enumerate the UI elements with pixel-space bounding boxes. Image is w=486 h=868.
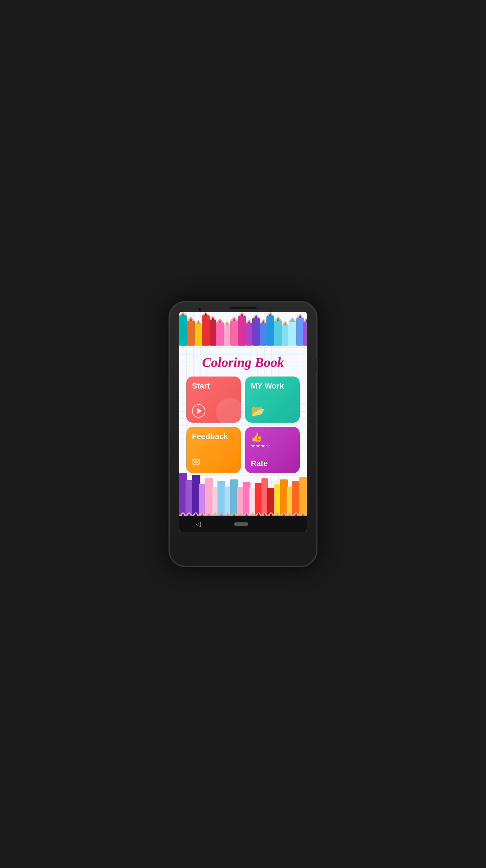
svg-rect-42 bbox=[282, 325, 288, 346]
svg-rect-15 bbox=[216, 323, 224, 346]
nav-bar: ◁ bbox=[179, 516, 307, 532]
home-button[interactable] bbox=[234, 522, 248, 526]
svg-rect-90 bbox=[255, 483, 263, 516]
rate-icon-container: 👍 ★★★☆ bbox=[251, 432, 271, 449]
play-icon bbox=[192, 404, 205, 418]
svg-rect-93 bbox=[261, 478, 268, 516]
top-bar bbox=[170, 302, 316, 312]
svg-rect-72 bbox=[217, 481, 225, 516]
thumbsup-icon: 👍 bbox=[251, 432, 262, 443]
mail-icon: ✉ bbox=[192, 456, 200, 468]
mywork-label: MY Work bbox=[251, 381, 284, 391]
svg-rect-6 bbox=[195, 324, 202, 346]
svg-rect-78 bbox=[230, 479, 238, 516]
svg-rect-105 bbox=[287, 487, 293, 516]
mywork-button[interactable]: MY Work 📂 bbox=[245, 377, 300, 423]
svg-rect-36 bbox=[266, 316, 274, 346]
svg-rect-84 bbox=[243, 482, 250, 516]
svg-rect-75 bbox=[225, 487, 231, 516]
svg-rect-0 bbox=[179, 315, 187, 346]
svg-rect-24 bbox=[238, 316, 246, 346]
pencils-bottom-decoration bbox=[179, 473, 307, 516]
folder-icon: 📂 bbox=[251, 404, 265, 418]
svg-rect-30 bbox=[252, 318, 260, 346]
svg-rect-66 bbox=[205, 478, 213, 516]
svg-rect-69 bbox=[212, 487, 218, 516]
svg-rect-81 bbox=[237, 487, 243, 516]
svg-rect-108 bbox=[292, 481, 300, 516]
svg-rect-60 bbox=[192, 475, 200, 516]
screen-content: Coloring Book Start MY Work 📂 Feedback ✉ bbox=[179, 312, 307, 516]
svg-rect-3 bbox=[187, 321, 195, 346]
app-title: Coloring Book bbox=[202, 355, 284, 370]
rate-button[interactable]: 👍 ★★★☆ Rate bbox=[245, 427, 300, 473]
svg-rect-39 bbox=[274, 321, 282, 346]
svg-rect-45 bbox=[288, 322, 296, 346]
rate-label: Rate bbox=[251, 459, 268, 468]
svg-rect-12 bbox=[210, 320, 216, 346]
svg-rect-51 bbox=[303, 322, 307, 346]
svg-rect-111 bbox=[299, 477, 307, 516]
svg-rect-18 bbox=[224, 325, 230, 346]
back-button[interactable]: ◁ bbox=[196, 520, 201, 528]
svg-rect-57 bbox=[186, 480, 193, 516]
phone-screen: Coloring Book Start MY Work 📂 Feedback ✉ bbox=[179, 312, 307, 532]
svg-rect-9 bbox=[202, 315, 210, 346]
svg-rect-48 bbox=[296, 318, 304, 346]
svg-rect-99 bbox=[274, 484, 281, 516]
feedback-label: Feedback bbox=[192, 432, 228, 441]
phone-frame: Coloring Book Start MY Work 📂 Feedback ✉ bbox=[169, 301, 317, 567]
pencils-top-decoration bbox=[179, 312, 307, 351]
svg-rect-102 bbox=[280, 479, 288, 516]
stars-icon: ★★★☆ bbox=[251, 443, 271, 449]
svg-rect-63 bbox=[199, 484, 206, 516]
main-menu-grid: Start MY Work 📂 Feedback ✉ 👍 bbox=[179, 377, 307, 473]
start-button[interactable]: Start bbox=[186, 377, 241, 423]
svg-rect-27 bbox=[246, 323, 252, 346]
svg-rect-21 bbox=[230, 321, 238, 346]
svg-rect-96 bbox=[267, 488, 275, 516]
side-button bbox=[316, 359, 318, 373]
start-label: Start bbox=[192, 381, 210, 391]
feedback-button[interactable]: Feedback ✉ bbox=[186, 427, 241, 473]
speaker bbox=[229, 307, 257, 310]
svg-rect-33 bbox=[260, 323, 266, 346]
